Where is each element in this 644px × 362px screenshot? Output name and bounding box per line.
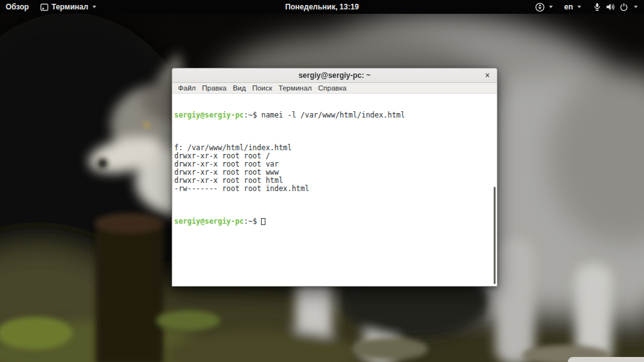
- dialog-corner: [568, 357, 644, 362]
- system-menu-button[interactable]: [587, 0, 644, 14]
- menu-item[interactable]: Вид: [230, 83, 249, 93]
- terminal-command-line: sergiy@sergiy-pc:~$ namei -l /var/www/ht…: [174, 111, 492, 119]
- desktop: Обзор Терминал Понедельник, 13:19: [0, 0, 644, 362]
- keyboard-layout-button[interactable]: en: [558, 0, 587, 14]
- menu-item[interactable]: Справка: [315, 83, 350, 93]
- app-menu-label: Терминал: [52, 3, 88, 11]
- menu-item[interactable]: Терминал: [275, 83, 315, 93]
- terminal-output: f: /var/www/html/index.htmldrwxr-xr-x ro…: [174, 144, 492, 193]
- terminal-cursor: [261, 218, 265, 225]
- accessibility-menu-button[interactable]: [530, 0, 558, 14]
- top-bar-left: Обзор Терминал: [0, 0, 102, 14]
- command-text: namei -l /var/www/html/index.html: [261, 111, 404, 119]
- prompt-suffix: :~$: [244, 111, 262, 119]
- menu-item[interactable]: Правка: [199, 83, 230, 93]
- terminal-screen[interactable]: sergiy@sergiy-pc:~$ namei -l /var/www/ht…: [172, 94, 497, 286]
- menu-bar: ФайлПравкаВидПоискТерминалСправка: [172, 83, 497, 94]
- chevron-down-icon: [577, 6, 581, 8]
- close-button[interactable]: ×: [482, 70, 492, 80]
- chevron-down-icon: [549, 6, 553, 8]
- activities-label: Обзор: [6, 3, 29, 11]
- prompt-suffix: :~$: [244, 217, 262, 226]
- scrollbar[interactable]: [492, 94, 497, 286]
- prompt-user: sergiy@sergiy-pc: [174, 217, 244, 226]
- accessibility-icon: [535, 3, 545, 12]
- terminal-window: sergiy@sergiy-pc: ~ × ФайлПравкаВидПоиск…: [172, 68, 497, 287]
- volume-icon: [606, 3, 615, 11]
- terminal-app-icon: [40, 3, 48, 11]
- chevron-down-icon: [92, 6, 96, 8]
- scrollbar-thumb[interactable]: [494, 187, 496, 284]
- app-menu-button[interactable]: Терминал: [35, 0, 102, 14]
- activities-button[interactable]: Обзор: [0, 0, 35, 14]
- menu-item[interactable]: Поиск: [249, 83, 275, 93]
- menu-item[interactable]: Файл: [175, 83, 199, 93]
- titlebar[interactable]: sergiy@sergiy-pc: ~ ×: [172, 69, 497, 83]
- power-icon: [619, 3, 628, 11]
- terminal-output-line: -rw------- root root index.html: [174, 185, 492, 193]
- keyboard-layout-label: en: [564, 3, 573, 11]
- top-bar-right: en: [530, 0, 644, 14]
- chevron-down-icon: [634, 6, 638, 8]
- clock-button[interactable]: Понедельник, 13:19: [279, 0, 365, 14]
- clock-label: Понедельник, 13:19: [285, 3, 358, 11]
- window-title: sergiy@sergiy-pc: ~: [172, 71, 497, 80]
- prompt-user: sergiy@sergiy-pc: [174, 111, 244, 119]
- microphone-icon: [593, 3, 601, 11]
- terminal-prompt-line: sergiy@sergiy-pc:~$: [174, 217, 492, 226]
- top-bar: Обзор Терминал Понедельник, 13:19: [0, 0, 644, 14]
